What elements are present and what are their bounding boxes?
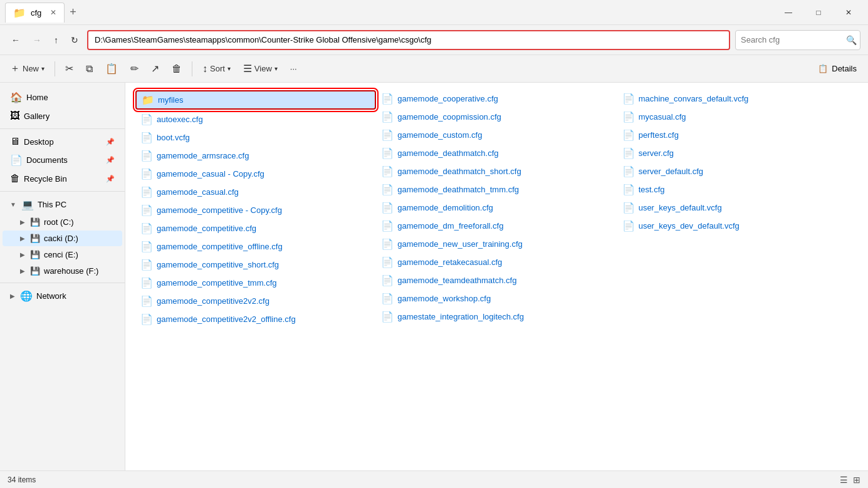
file-area: 📁myfiles📄autoexec.cfg📄boot.vcfg📄gamemode… xyxy=(125,83,868,470)
sidebar-item-recycle[interactable]: 🗑 Recycle Bin 📌 xyxy=(3,170,122,187)
sidebar-item-cacki-d[interactable]: ▶ 💾 cacki (D:) xyxy=(3,231,122,246)
file-name-label: user_keys_dev_default.vcfg xyxy=(639,221,740,231)
list-item[interactable]: 📄gamemode_armsrace.cfg xyxy=(135,147,376,164)
file-name-label: autoexec.cfg xyxy=(157,115,203,124)
list-item[interactable]: 📄gamemode_teamdeathmatch.cfg xyxy=(376,272,617,289)
list-item[interactable]: 📄gamemode_competitive_offline.cfg xyxy=(135,238,376,255)
sidebar-item-root-c[interactable]: ▶ 💾 root (C:) xyxy=(3,214,122,230)
file-icon: 📄 xyxy=(381,111,394,123)
share-button[interactable]: ↗ xyxy=(146,59,164,78)
cacki-d-expand-icon: ▶ xyxy=(20,235,25,242)
list-item[interactable]: 📄autoexec.cfg xyxy=(135,111,376,128)
forward-button[interactable]: → xyxy=(29,33,45,48)
sidebar-item-documents[interactable]: 📄 Documents 📌 xyxy=(3,151,122,169)
network-expand-icon: ▶ xyxy=(10,293,15,299)
list-item[interactable]: 📄user_keys_default.vcfg xyxy=(617,199,858,216)
list-item[interactable]: 📄gamemode_cooperative.cfg xyxy=(376,90,617,107)
more-button[interactable]: ··· xyxy=(285,60,302,77)
list-item[interactable]: 📄user_keys_dev_default.vcfg xyxy=(617,217,858,234)
list-item[interactable]: 📄machine_convars_default.vcfg xyxy=(617,90,858,107)
list-item[interactable]: 📄gamemode_competitive2v2_offline.cfg xyxy=(135,311,376,328)
sidebar-item-home[interactable]: 🏠 Home xyxy=(3,88,122,106)
file-icon: 📄 xyxy=(140,259,153,271)
cut-button[interactable]: ✂ xyxy=(60,59,78,78)
list-item[interactable]: 📄gamestate_integration_logitech.cfg xyxy=(376,308,617,325)
search-icon: 🔍 xyxy=(846,35,857,45)
address-input[interactable] xyxy=(87,30,730,50)
sidebar-item-desktop[interactable]: 🖥 Desktop 📌 xyxy=(3,133,122,150)
file-name-label: gamemode_competitive2v2.cfg xyxy=(157,296,269,306)
cenci-e-icon: 💾 xyxy=(30,250,40,259)
list-item[interactable]: 📄gamemode_demolition.cfg xyxy=(376,199,617,216)
cacki-d-icon: 💾 xyxy=(30,234,40,243)
list-item[interactable]: 📄gamemode_competitive_short.cfg xyxy=(135,256,376,273)
minimize-button[interactable]: — xyxy=(774,3,803,23)
rename-button[interactable]: ✏ xyxy=(125,59,144,78)
back-button[interactable]: ← xyxy=(8,33,24,48)
new-button[interactable]: ＋ New ▾ xyxy=(5,58,50,79)
list-item[interactable]: 📄gamemode_competitive - Copy.cfg xyxy=(135,202,376,219)
sidebar-label-root-c: root (C:) xyxy=(44,217,74,227)
file-icon: 📄 xyxy=(622,147,635,159)
sidebar-item-network[interactable]: ▶ 🌐 Network xyxy=(3,287,122,305)
copy-button[interactable]: ⧉ xyxy=(81,60,98,78)
list-item[interactable]: 📄perftest.cfg xyxy=(617,127,858,143)
list-item[interactable]: 📄server_default.cfg xyxy=(617,163,858,180)
delete-button[interactable]: 🗑 xyxy=(167,60,187,78)
up-button[interactable]: ↑ xyxy=(50,33,62,48)
list-item[interactable]: 📄boot.vcfg xyxy=(135,129,376,146)
grid-view-icon[interactable]: ⊞ xyxy=(853,475,860,485)
view-icon: ☰ xyxy=(243,63,252,75)
file-icon: 📄 xyxy=(381,311,394,323)
list-item[interactable]: 📄test.cfg xyxy=(617,181,858,198)
details-button[interactable]: 📋 Details xyxy=(812,60,863,77)
list-view-icon[interactable]: ☰ xyxy=(840,475,848,485)
cenci-e-expand-icon: ▶ xyxy=(20,251,25,258)
list-item[interactable]: 📄gamemode_deathmatch.cfg xyxy=(376,145,617,162)
list-item[interactable]: 📄gamemode_deathmatch_tmm.cfg xyxy=(376,181,617,198)
close-button[interactable]: ✕ xyxy=(834,3,863,23)
delete-icon: 🗑 xyxy=(172,63,182,75)
list-item[interactable]: 📄gamemode_new_user_training.cfg xyxy=(376,236,617,252)
list-item[interactable]: 📄gamemode_casual.cfg xyxy=(135,184,376,200)
view-button[interactable]: ☰ View ▾ xyxy=(238,59,283,78)
list-item[interactable]: 📄mycasual.cfg xyxy=(617,108,858,125)
sort-button[interactable]: ↕ Sort ▾ xyxy=(197,60,236,78)
sidebar-label-cacki-d: cacki (D:) xyxy=(44,234,78,243)
file-name-label: gamemode_deathmatch.cfg xyxy=(397,148,498,158)
sidebar-item-warehouse-f[interactable]: ▶ 💾 warehouse (F:) xyxy=(3,263,122,279)
new-dropdown-icon: ▾ xyxy=(41,65,44,72)
file-name-label: gamemode_custom.cfg xyxy=(397,130,482,140)
list-item[interactable]: 📁myfiles xyxy=(135,90,376,110)
file-icon: 📄 xyxy=(381,202,394,214)
active-tab[interactable]: 📁 cfg ✕ xyxy=(5,3,65,23)
root-c-icon: 💾 xyxy=(30,217,40,227)
file-icon: 📄 xyxy=(381,129,394,141)
list-item[interactable]: 📄gamemode_retakecasual.cfg xyxy=(376,254,617,271)
paste-button[interactable]: 📋 xyxy=(100,59,123,78)
list-item[interactable]: 📄gamemode_competitive.cfg xyxy=(135,220,376,237)
sort-dropdown-icon: ▾ xyxy=(227,65,231,72)
list-item[interactable]: 📄gamemode_dm_freeforall.cfg xyxy=(376,217,617,234)
list-item[interactable]: 📄server.cfg xyxy=(617,145,858,162)
list-item[interactable]: 📄gamemode_deathmatch_short.cfg xyxy=(376,163,617,180)
sidebar-item-cenci-e[interactable]: ▶ 💾 cenci (E:) xyxy=(3,247,122,262)
list-item[interactable]: 📄gamemode_casual - Copy.cfg xyxy=(135,165,376,182)
sidebar-divider-3 xyxy=(0,283,125,283)
list-item[interactable]: 📄gamemode_coopmission.cfg xyxy=(376,108,617,125)
maximize-button[interactable]: □ xyxy=(804,3,833,23)
sidebar-item-thispc[interactable]: ▼ 💻 This PC xyxy=(3,195,122,214)
list-item[interactable]: 📄gamemode_custom.cfg xyxy=(376,127,617,143)
file-name-label: gamemode_competitive_short.cfg xyxy=(157,260,279,269)
file-name-label: server_default.cfg xyxy=(639,167,703,176)
tab-close-button[interactable]: ✕ xyxy=(50,8,56,17)
recycle-pin-icon: 📌 xyxy=(106,175,115,183)
search-input[interactable] xyxy=(741,35,846,44)
list-item[interactable]: 📄gamemode_competitive2v2.cfg xyxy=(135,293,376,309)
sidebar-item-gallery[interactable]: 🖼 Gallery xyxy=(3,107,122,125)
new-tab-button[interactable]: + xyxy=(70,6,76,19)
refresh-button[interactable]: ↻ xyxy=(67,33,82,48)
list-item[interactable]: 📄gamemode_workshop.cfg xyxy=(376,290,617,307)
file-name-label: gamemode_deathmatch_tmm.cfg xyxy=(397,185,519,194)
list-item[interactable]: 📄gamemode_competitive_tmm.cfg xyxy=(135,274,376,291)
